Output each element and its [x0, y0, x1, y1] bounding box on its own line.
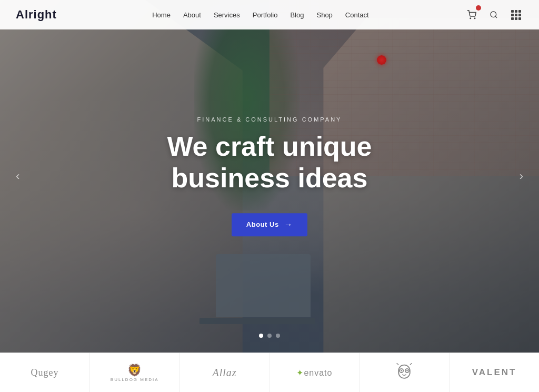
- hero-decoration-dot: [377, 55, 386, 65]
- hero-content: Finance & Consulting Company We craft un…: [112, 116, 427, 236]
- logos-section: Qugey 🦁 BULLDOG MEDIA Allaz ✦envato VALE…: [0, 353, 539, 392]
- logo-bulldog-text: BULLDOG MEDIA: [111, 377, 159, 382]
- nav-home[interactable]: Home: [152, 11, 171, 19]
- hero-dots: [259, 334, 280, 338]
- hero-prev-arrow[interactable]: ‹: [11, 164, 25, 188]
- logo-owl-icon: [395, 363, 414, 382]
- svg-point-1: [474, 18, 475, 19]
- hero-dot-1[interactable]: [259, 334, 263, 338]
- brand-logo[interactable]: Alright: [16, 8, 57, 22]
- logo-valent-text: VALENT: [472, 367, 517, 378]
- logo-bulldog: 🦁 BULLDOG MEDIA: [90, 353, 180, 392]
- navbar: Alright Home About Services Portfolio Bl…: [0, 0, 539, 29]
- logo-qugey-text: Qugey: [31, 367, 58, 378]
- nav-contact[interactable]: Contact: [345, 11, 369, 19]
- search-button[interactable]: [486, 7, 501, 22]
- hero-dot-3[interactable]: [276, 334, 280, 338]
- nav-services[interactable]: Services: [214, 11, 240, 19]
- nav-about[interactable]: About: [183, 11, 201, 19]
- hero-title: We craft unique business ideas: [112, 131, 427, 194]
- grid-icon: [511, 10, 521, 20]
- laptop-screen: [216, 254, 311, 317]
- logo-envato: ✦envato: [270, 353, 360, 392]
- grid-menu-button[interactable]: [508, 7, 523, 22]
- hero-dot-2[interactable]: [267, 334, 272, 338]
- hero-cta-arrow: →: [284, 220, 293, 229]
- logo-envato-text: ✦envato: [296, 368, 332, 378]
- logo-bulldog-icon: 🦁: [127, 364, 142, 377]
- svg-point-2: [491, 12, 496, 17]
- hero-cta-button[interactable]: About Us →: [232, 213, 307, 236]
- nav-shop[interactable]: Shop: [316, 11, 332, 19]
- logo-owl: [360, 353, 450, 392]
- nav-portfolio[interactable]: Portfolio: [253, 11, 278, 19]
- svg-point-8: [406, 370, 408, 371]
- hero-cta-label: About Us: [246, 220, 279, 228]
- nav-blog[interactable]: Blog: [290, 11, 304, 19]
- logo-allaz: Allaz: [180, 353, 270, 392]
- hero-next-arrow[interactable]: ›: [514, 164, 528, 188]
- svg-point-7: [401, 370, 402, 371]
- svg-point-0: [470, 18, 471, 19]
- nav-menu: Home About Services Portfolio Blog Shop …: [152, 10, 368, 19]
- cart-badge: [476, 5, 481, 11]
- cart-icon-wrap: [464, 7, 479, 22]
- laptop-base: [199, 318, 315, 324]
- navbar-icons: [464, 7, 523, 22]
- cart-button[interactable]: [464, 7, 479, 22]
- logo-allaz-text: Allaz: [213, 367, 237, 379]
- hero-section: Finance & Consulting Company We craft un…: [0, 0, 539, 353]
- svg-line-3: [495, 16, 497, 18]
- logo-qugey: Qugey: [0, 353, 90, 392]
- logo-valent: VALENT: [450, 353, 539, 392]
- logo-bulldog-wrap: 🦁 BULLDOG MEDIA: [111, 364, 159, 382]
- hero-subtitle: Finance & Consulting Company: [112, 116, 427, 123]
